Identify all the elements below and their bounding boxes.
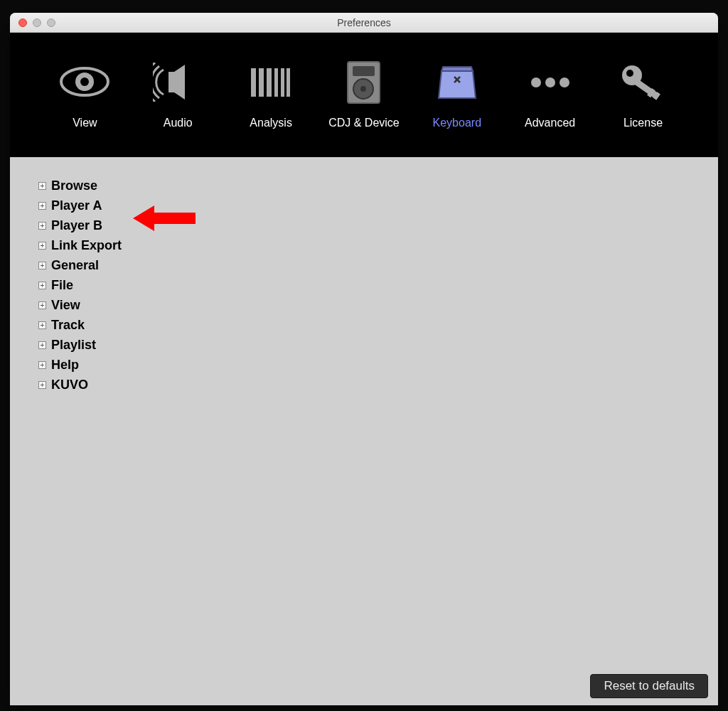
tab-license[interactable]: License: [604, 61, 682, 129]
svg-rect-9: [287, 68, 290, 97]
tab-label: Keyboard: [433, 117, 482, 129]
traffic-lights: [10, 18, 55, 27]
preferences-window: Preferences View: [10, 13, 718, 705]
svg-point-16: [531, 77, 541, 87]
svg-rect-11: [353, 66, 375, 76]
tree-label: Player B: [51, 218, 102, 233]
tab-label: Advanced: [525, 117, 575, 129]
tree-label: Player A: [51, 198, 102, 213]
window-title: Preferences: [10, 17, 718, 28]
tree-item-player-a[interactable]: + Player A: [38, 198, 690, 213]
footer: Reset to defaults: [590, 674, 708, 698]
tab-audio[interactable]: Audio: [139, 61, 217, 129]
tree-item-kuvo[interactable]: + KUVO: [38, 378, 690, 392]
expand-icon[interactable]: +: [38, 262, 46, 269]
expand-icon[interactable]: +: [38, 301, 46, 309]
tree-item-track[interactable]: + Track: [38, 318, 690, 333]
expand-icon[interactable]: +: [38, 222, 46, 230]
tree-label: Playlist: [51, 338, 96, 353]
expand-icon[interactable]: +: [38, 242, 46, 250]
expand-icon[interactable]: +: [38, 341, 46, 349]
tree-label: Help: [51, 358, 79, 373]
tree-label: General: [51, 258, 99, 273]
tree-item-player-b[interactable]: + Player B: [38, 218, 690, 233]
keyboard-icon: [436, 61, 478, 104]
tab-label: License: [623, 117, 663, 129]
speaker-icon: [153, 61, 203, 104]
maximize-button[interactable]: [47, 18, 55, 27]
tab-view[interactable]: View: [46, 61, 124, 129]
dots-icon: [529, 61, 572, 104]
eye-icon: [60, 61, 109, 104]
expand-icon[interactable]: +: [38, 282, 46, 289]
tree-item-link-export[interactable]: + Link Export: [38, 238, 690, 253]
svg-rect-3: [168, 72, 176, 92]
tab-analysis[interactable]: Analysis: [232, 61, 310, 129]
tree-label: KUVO: [51, 378, 88, 392]
svg-rect-5: [259, 68, 264, 97]
tree-item-view[interactable]: + View: [38, 298, 690, 313]
key-icon: [618, 61, 668, 104]
reset-defaults-button[interactable]: Reset to defaults: [590, 674, 708, 698]
expand-icon[interactable]: +: [38, 182, 46, 190]
svg-rect-21: [634, 79, 658, 98]
tree-item-file[interactable]: + File: [38, 278, 690, 293]
tree-label: View: [51, 298, 80, 313]
tab-label: View: [73, 117, 97, 129]
svg-rect-6: [267, 68, 272, 97]
preferences-toolbar: View Audio: [10, 33, 718, 157]
tab-label: Analysis: [250, 117, 292, 129]
svg-point-17: [545, 77, 555, 87]
expand-icon[interactable]: +: [38, 381, 46, 389]
svg-point-13: [360, 86, 366, 92]
svg-point-18: [560, 77, 569, 87]
bars-icon: [250, 61, 292, 104]
svg-rect-7: [274, 68, 278, 97]
tab-advanced[interactable]: Advanced: [511, 61, 589, 129]
svg-rect-8: [281, 68, 284, 97]
tree-item-help[interactable]: + Help: [38, 358, 690, 373]
tab-cdj-device[interactable]: CDJ & Device: [325, 61, 403, 129]
tree-item-playlist[interactable]: + Playlist: [38, 338, 690, 353]
titlebar[interactable]: Preferences: [10, 13, 718, 33]
tree-label: Browse: [51, 178, 97, 193]
tree-item-browse[interactable]: + Browse: [38, 178, 690, 193]
tab-label: CDJ & Device: [328, 117, 400, 129]
device-icon: [344, 61, 383, 104]
svg-rect-4: [251, 68, 256, 97]
content-pane: + Browse + Player A + Player B + Link Ex…: [10, 157, 718, 705]
svg-point-2: [80, 77, 89, 86]
expand-icon[interactable]: +: [38, 321, 46, 329]
tree-item-general[interactable]: + General: [38, 258, 690, 273]
tab-keyboard[interactable]: Keyboard: [418, 61, 496, 129]
tree-label: File: [51, 278, 73, 293]
tree-label: Link Export: [51, 238, 122, 253]
minimize-button[interactable]: [33, 18, 41, 27]
expand-icon[interactable]: +: [38, 361, 46, 369]
tab-label: Audio: [164, 117, 193, 129]
expand-icon[interactable]: +: [38, 202, 46, 210]
close-button[interactable]: [18, 18, 27, 27]
tree-label: Track: [51, 318, 85, 333]
svg-point-20: [626, 70, 633, 77]
